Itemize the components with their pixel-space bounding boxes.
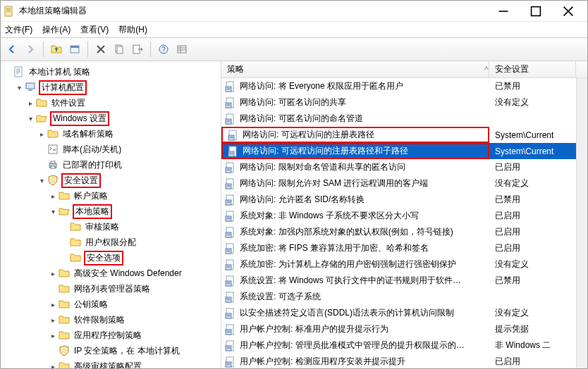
chevron-right-icon[interactable]: ▸ <box>47 361 59 368</box>
tree-app-control[interactable]: ▸ 应用程序控制策略 <box>47 327 221 343</box>
policy-name: 网络访问: 可匿名访问的命名管道 <box>240 113 363 125</box>
folder-icon <box>59 268 70 279</box>
tree-label: 安全选项 <box>84 251 123 265</box>
tree-label: 审核策略 <box>84 220 121 234</box>
list-row[interactable]: 网络访问: 可匿名访问的命名管道 <box>221 111 576 127</box>
chevron-down-icon[interactable]: ▾ <box>36 175 47 186</box>
menu-help[interactable]: 帮助(H) <box>118 24 147 36</box>
folder-icon <box>59 299 70 310</box>
list-rows[interactable]: 网络访问: 将 Everyone 权限应用于匿名用户已禁用网络访问: 可匿名访问… <box>221 78 576 368</box>
policy-setting: 已禁用 <box>495 194 520 206</box>
folder-icon <box>36 97 47 108</box>
properties-button[interactable] <box>66 41 83 58</box>
tree-defender-firewall[interactable]: ▸ 高级安全 Windows Defender <box>47 265 221 281</box>
tree-user-rights[interactable]: ▸ 用户权限分配 <box>59 234 221 250</box>
tree-printers[interactable]: ▸ 已部署的打印机 <box>36 157 221 173</box>
chevron-right-icon[interactable]: ▸ <box>47 314 59 325</box>
maximize-button[interactable] <box>520 1 552 22</box>
chevron-right-icon[interactable]: ▸ <box>47 190 59 201</box>
tree-pane[interactable]: ▾ 本地计算机 策略 ▾ 计算机配置 <box>1 61 221 368</box>
policy-item-icon <box>224 259 237 270</box>
tree-scripts[interactable]: ▸ 脚本(启动/关机) <box>36 142 221 157</box>
tree-name-resolution[interactable]: ▸ 域名解析策略 <box>36 126 221 142</box>
chevron-down-icon[interactable]: ▾ <box>25 113 36 124</box>
tree-nlm-policies[interactable]: ▸ 网络列表管理器策略 <box>47 281 221 296</box>
col-policy[interactable]: 策略^ <box>221 61 489 77</box>
delete-button[interactable] <box>92 41 109 58</box>
forward-button[interactable] <box>22 41 39 58</box>
list-row[interactable]: 用户帐户控制: 检测应用程序安装并提示提升已启用 <box>221 354 576 368</box>
tree-audit-policy[interactable]: ▸ 审核策略 <box>59 219 221 234</box>
computer-icon <box>25 82 36 93</box>
window-title: 本地组策略编辑器 <box>19 5 487 17</box>
back-button[interactable] <box>4 41 20 58</box>
tree-label: 应用程序控制策略 <box>73 329 143 342</box>
chevron-right-icon[interactable]: ▸ <box>47 268 59 279</box>
menu-file[interactable]: 文件(F) <box>5 24 32 36</box>
copy-button[interactable] <box>111 41 128 58</box>
policy-name: 系统设置: 可选子系统 <box>240 291 321 303</box>
list-row[interactable]: 系统设置: 将 Windows 可执行文件中的证书规则用于软件…已禁用 <box>221 273 576 289</box>
policy-name: 网络访问: 可远程访问的注册表路径 <box>243 129 374 141</box>
list-row[interactable]: 系统设置: 可选子系统 <box>221 289 576 305</box>
close-button[interactable] <box>552 1 584 22</box>
col-policy-label: 策略 <box>227 63 244 75</box>
policy-name: 系统加密: 将 FIPS 兼容算法用于加密、哈希和签名 <box>240 242 429 254</box>
policy-setting: 没有定义 <box>495 258 529 270</box>
vertical-scrollbar[interactable] <box>576 78 587 368</box>
tree-software-settings[interactable]: ▸ 软件设置 <box>25 95 221 111</box>
tree-computer-config[interactable]: ▾ 计算机配置 <box>13 80 221 95</box>
list-row[interactable]: 系统对象: 非 Windows 子系统不要求区分大小写已启用 <box>221 208 576 224</box>
policy-setting: 已启用 <box>495 210 520 222</box>
list-row[interactable]: 用户帐户控制: 管理员批准模式中管理员的提升权限提示的…非 Windows 二 <box>221 337 576 354</box>
list-row[interactable]: 网络访问: 限制对命名管道和共享的匿名访问已启用 <box>221 159 576 175</box>
policy-item-icon <box>224 81 237 92</box>
policy-item-icon <box>224 308 237 319</box>
list-row[interactable]: 网络访问: 将 Everyone 权限应用于匿名用户已禁用 <box>221 78 576 94</box>
tree-local-policies[interactable]: ▾ 本地策略 <box>47 204 221 219</box>
menu-action[interactable]: 操作(A) <box>42 24 71 36</box>
chevron-down-icon[interactable]: ▾ <box>13 82 25 93</box>
policy-item-icon <box>224 178 237 189</box>
list-row[interactable]: 系统加密: 将 FIPS 兼容算法用于加密、哈希和签名已启用 <box>221 240 576 256</box>
list-row[interactable]: 系统对象: 加强内部系统对象的默认权限(例如，符号链接)已启用 <box>221 224 576 240</box>
list-row[interactable]: 以安全描述符定义语言(SDDL)语法表示的计算机访问限制没有定义 <box>221 305 576 321</box>
chevron-down-icon[interactable]: ▾ <box>47 206 59 217</box>
policy-name: 系统对象: 加强内部系统对象的默认权限(例如，符号链接) <box>240 226 453 238</box>
list-row[interactable]: 网络访问: 可匿名访问的共享没有定义 <box>221 94 576 111</box>
policy-setting: 已启用 <box>495 226 520 238</box>
list-row[interactable]: 网络访问: 可远程访问的注册表路径和子路径System\Current <box>221 143 576 159</box>
col-setting[interactable]: 安全设置 <box>489 61 576 77</box>
tree-security-options[interactable]: ▸ 安全选项 <box>59 250 221 265</box>
minimize-button[interactable] <box>487 1 520 22</box>
tree-software-restriction[interactable]: ▸ 软件限制策略 <box>47 312 221 327</box>
menu-view[interactable]: 查看(V) <box>80 24 109 36</box>
list-row[interactable]: 网络访问: 允许匿名 SID/名称转换已禁用 <box>221 192 576 208</box>
tree-advanced-audit[interactable]: ▸ 高级审核策略配置 <box>47 358 221 368</box>
list-row[interactable]: 网络访问: 限制允许对 SAM 进行远程调用的客户端没有定义 <box>221 175 576 192</box>
policy-setting: System\Current <box>495 146 553 156</box>
chevron-right-icon[interactable]: ▸ <box>36 128 47 139</box>
tree-account-policies[interactable]: ▸ 帐户策略 <box>47 188 221 204</box>
list-row[interactable]: 网络访问: 可远程访问的注册表路径System\Current <box>221 127 576 143</box>
tree-label: 网络列表管理器策略 <box>73 282 152 296</box>
up-button[interactable] <box>48 41 65 58</box>
shield-icon <box>47 175 59 186</box>
chevron-right-icon[interactable]: ▸ <box>25 97 36 108</box>
chevron-right-icon[interactable]: ▸ <box>47 299 59 310</box>
list-view-button[interactable] <box>173 41 190 58</box>
policy-setting: 已启用 <box>495 356 520 368</box>
policy-item-icon <box>227 146 240 157</box>
export-button[interactable] <box>129 41 146 58</box>
tree-root[interactable]: ▾ 本地计算机 策略 <box>2 64 221 80</box>
tree-security-settings[interactable]: ▾ 安全设置 <box>36 173 221 188</box>
help-button[interactable]: ? <box>155 41 172 58</box>
chevron-right-icon[interactable]: ▸ <box>47 330 59 341</box>
list-row[interactable]: 系统加密: 为计算机上存储的用户密钥强制进行强密钥保护没有定义 <box>221 256 576 273</box>
tree-public-key[interactable]: ▸ 公钥策略 <box>47 296 221 312</box>
policy-setting: System\Current <box>495 130 553 140</box>
tree-windows-settings[interactable]: ▾ Windows 设置 <box>25 111 221 126</box>
policy-name: 系统加密: 为计算机上存储的用户密钥强制进行强密钥保护 <box>240 258 456 270</box>
tree-ipsec[interactable]: ▸ IP 安全策略，在 本地计算机 <box>47 343 221 358</box>
list-row[interactable]: 用户帐户控制: 标准用户的提升提示行为提示凭据 <box>221 321 576 337</box>
